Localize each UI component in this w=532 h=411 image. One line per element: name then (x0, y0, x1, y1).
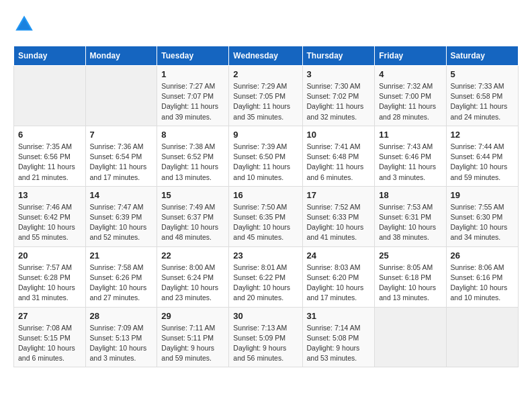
day-number: 3 (307, 69, 371, 79)
day-info: Sunrise: 7:41 AM Sunset: 6:48 PM Dayligh… (307, 142, 371, 183)
day-info: Sunrise: 7:39 AM Sunset: 6:50 PM Dayligh… (233, 142, 298, 183)
calendar-cell: 19Sunrise: 7:55 AM Sunset: 6:30 PM Dayli… (446, 186, 518, 246)
day-info: Sunrise: 7:57 AM Sunset: 6:28 PM Dayligh… (18, 263, 81, 304)
week-row-1: 1Sunrise: 7:27 AM Sunset: 7:07 PM Daylig… (14, 66, 519, 126)
day-info: Sunrise: 7:43 AM Sunset: 6:46 PM Dayligh… (379, 142, 441, 183)
logo (13, 13, 38, 35)
day-number: 28 (90, 311, 153, 321)
day-number: 14 (90, 190, 153, 200)
day-info: Sunrise: 7:47 AM Sunset: 6:39 PM Dayligh… (90, 202, 153, 243)
day-info: Sunrise: 8:03 AM Sunset: 6:20 PM Dayligh… (307, 263, 371, 304)
day-number: 4 (379, 69, 441, 79)
day-header-monday: Monday (85, 46, 157, 66)
calendar-cell: 11Sunrise: 7:43 AM Sunset: 6:46 PM Dayli… (375, 126, 446, 186)
day-info: Sunrise: 7:46 AM Sunset: 6:42 PM Dayligh… (18, 202, 81, 243)
day-number: 21 (90, 250, 153, 261)
day-number: 18 (379, 190, 441, 200)
calendar-cell (375, 307, 446, 367)
day-number: 23 (233, 250, 298, 261)
calendar-cell: 31Sunrise: 7:14 AM Sunset: 5:08 PM Dayli… (302, 307, 375, 367)
day-info: Sunrise: 7:13 AM Sunset: 5:09 PM Dayligh… (233, 323, 298, 364)
calendar-cell: 10Sunrise: 7:41 AM Sunset: 6:48 PM Dayli… (302, 126, 375, 186)
calendar-cell: 17Sunrise: 7:52 AM Sunset: 6:33 PM Dayli… (302, 186, 375, 246)
calendar-cell: 13Sunrise: 7:46 AM Sunset: 6:42 PM Dayli… (14, 186, 86, 246)
day-number: 31 (307, 311, 371, 321)
day-number: 30 (233, 311, 298, 321)
day-info: Sunrise: 7:38 AM Sunset: 6:52 PM Dayligh… (161, 142, 224, 183)
calendar-cell: 28Sunrise: 7:09 AM Sunset: 5:13 PM Dayli… (85, 307, 157, 367)
day-info: Sunrise: 7:55 AM Sunset: 6:30 PM Dayligh… (451, 202, 514, 243)
day-header-wednesday: Wednesday (229, 46, 302, 66)
week-row-5: 27Sunrise: 7:08 AM Sunset: 5:15 PM Dayli… (14, 307, 519, 367)
calendar-cell: 29Sunrise: 7:11 AM Sunset: 5:11 PM Dayli… (157, 307, 229, 367)
day-number: 2 (233, 69, 298, 79)
calendar-cell: 4Sunrise: 7:32 AM Sunset: 7:00 PM Daylig… (375, 66, 446, 126)
day-number: 13 (18, 190, 81, 200)
day-info: Sunrise: 7:29 AM Sunset: 7:05 PM Dayligh… (233, 81, 298, 122)
day-number: 17 (307, 190, 371, 200)
calendar-cell: 6Sunrise: 7:35 AM Sunset: 6:56 PM Daylig… (14, 126, 86, 186)
day-number: 24 (307, 250, 371, 261)
day-number: 8 (161, 130, 224, 140)
calendar-cell: 25Sunrise: 8:05 AM Sunset: 6:18 PM Dayli… (375, 246, 446, 307)
day-number: 1 (161, 69, 224, 79)
day-info: Sunrise: 7:58 AM Sunset: 6:26 PM Dayligh… (90, 263, 153, 304)
logo-icon (13, 13, 35, 35)
calendar-cell: 21Sunrise: 7:58 AM Sunset: 6:26 PM Dayli… (85, 246, 157, 307)
day-info: Sunrise: 7:08 AM Sunset: 5:15 PM Dayligh… (18, 323, 81, 364)
calendar-cell: 20Sunrise: 7:57 AM Sunset: 6:28 PM Dayli… (14, 246, 86, 307)
day-info: Sunrise: 7:33 AM Sunset: 6:58 PM Dayligh… (451, 81, 514, 122)
day-number: 6 (18, 130, 81, 140)
day-number: 12 (451, 130, 514, 140)
calendar-cell: 12Sunrise: 7:44 AM Sunset: 6:44 PM Dayli… (446, 126, 518, 186)
calendar-cell: 9Sunrise: 7:39 AM Sunset: 6:50 PM Daylig… (229, 126, 302, 186)
day-number: 29 (161, 311, 224, 321)
day-headers-row: SundayMondayTuesdayWednesdayThursdayFrid… (14, 46, 519, 66)
calendar-cell: 16Sunrise: 7:50 AM Sunset: 6:35 PM Dayli… (229, 186, 302, 246)
day-number: 27 (18, 311, 81, 321)
calendar-cell: 30Sunrise: 7:13 AM Sunset: 5:09 PM Dayli… (229, 307, 302, 367)
calendar-cell: 5Sunrise: 7:33 AM Sunset: 6:58 PM Daylig… (446, 66, 518, 126)
day-info: Sunrise: 7:09 AM Sunset: 5:13 PM Dayligh… (90, 323, 153, 364)
day-number: 26 (451, 250, 514, 261)
day-info: Sunrise: 8:00 AM Sunset: 6:24 PM Dayligh… (161, 263, 224, 304)
day-info: Sunrise: 8:01 AM Sunset: 6:22 PM Dayligh… (233, 263, 298, 304)
day-info: Sunrise: 7:35 AM Sunset: 6:56 PM Dayligh… (18, 142, 81, 183)
day-header-tuesday: Tuesday (157, 46, 229, 66)
week-row-3: 13Sunrise: 7:46 AM Sunset: 6:42 PM Dayli… (14, 186, 519, 246)
day-number: 25 (379, 250, 441, 261)
day-number: 9 (233, 130, 298, 140)
day-number: 10 (307, 130, 371, 140)
day-info: Sunrise: 7:14 AM Sunset: 5:08 PM Dayligh… (307, 323, 371, 364)
calendar-cell: 14Sunrise: 7:47 AM Sunset: 6:39 PM Dayli… (85, 186, 157, 246)
calendar-cell (14, 66, 86, 126)
day-header-saturday: Saturday (446, 46, 518, 66)
calendar-cell: 8Sunrise: 7:38 AM Sunset: 6:52 PM Daylig… (157, 126, 229, 186)
day-info: Sunrise: 7:36 AM Sunset: 6:54 PM Dayligh… (90, 142, 153, 183)
day-number: 19 (451, 190, 514, 200)
day-header-friday: Friday (375, 46, 446, 66)
calendar-cell: 24Sunrise: 8:03 AM Sunset: 6:20 PM Dayli… (302, 246, 375, 307)
day-info: Sunrise: 7:11 AM Sunset: 5:11 PM Dayligh… (161, 323, 224, 364)
day-number: 7 (90, 130, 153, 140)
day-header-thursday: Thursday (302, 46, 375, 66)
calendar-cell: 18Sunrise: 7:53 AM Sunset: 6:31 PM Dayli… (375, 186, 446, 246)
day-info: Sunrise: 7:50 AM Sunset: 6:35 PM Dayligh… (233, 202, 298, 243)
day-header-sunday: Sunday (14, 46, 86, 66)
calendar-cell: 26Sunrise: 8:06 AM Sunset: 6:16 PM Dayli… (446, 246, 518, 307)
calendar-cell: 3Sunrise: 7:30 AM Sunset: 7:02 PM Daylig… (302, 66, 375, 126)
calendar-cell: 1Sunrise: 7:27 AM Sunset: 7:07 PM Daylig… (157, 66, 229, 126)
week-row-4: 20Sunrise: 7:57 AM Sunset: 6:28 PM Dayli… (14, 246, 519, 307)
day-number: 5 (451, 69, 514, 79)
calendar-cell: 2Sunrise: 7:29 AM Sunset: 7:05 PM Daylig… (229, 66, 302, 126)
day-number: 11 (379, 130, 441, 140)
calendar-cell: 15Sunrise: 7:49 AM Sunset: 6:37 PM Dayli… (157, 186, 229, 246)
calendar-cell: 22Sunrise: 8:00 AM Sunset: 6:24 PM Dayli… (157, 246, 229, 307)
day-info: Sunrise: 7:44 AM Sunset: 6:44 PM Dayligh… (451, 142, 514, 183)
calendar-cell: 23Sunrise: 8:01 AM Sunset: 6:22 PM Dayli… (229, 246, 302, 307)
calendar-cell (446, 307, 518, 367)
day-info: Sunrise: 7:53 AM Sunset: 6:31 PM Dayligh… (379, 202, 441, 243)
day-number: 15 (161, 190, 224, 200)
day-info: Sunrise: 7:30 AM Sunset: 7:02 PM Dayligh… (307, 81, 371, 122)
day-info: Sunrise: 7:27 AM Sunset: 7:07 PM Dayligh… (161, 81, 224, 122)
